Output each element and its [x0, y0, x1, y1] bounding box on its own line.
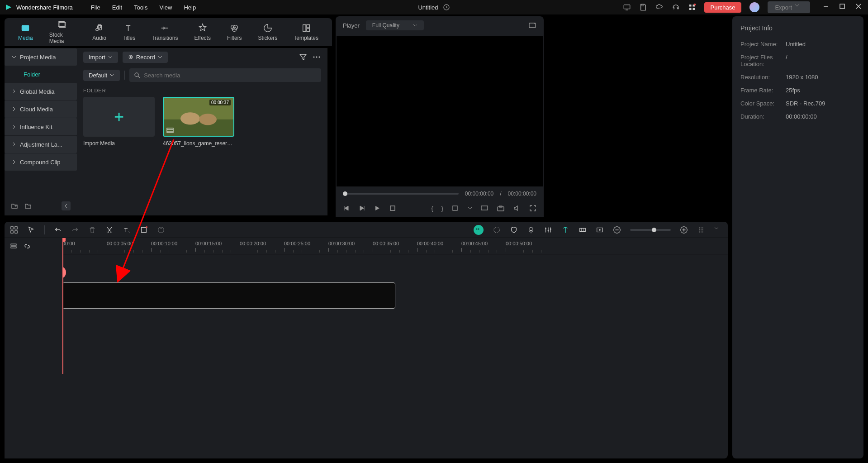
sidebar-item-adjustment-layer[interactable]: Adjustment La...: [5, 136, 77, 153]
stop-icon[interactable]: [389, 205, 396, 212]
render-icon[interactable]: [596, 226, 604, 234]
svg-rect-11: [22, 25, 29, 31]
history-icon[interactable]: [443, 4, 450, 11]
close-icon[interactable]: [855, 3, 863, 11]
scrub-bar[interactable]: [343, 193, 459, 195]
camera-icon[interactable]: [497, 205, 505, 212]
cloud-icon[interactable]: [655, 3, 664, 11]
zoom-slider[interactable]: [630, 229, 671, 231]
chevron-down-icon[interactable]: [468, 206, 472, 210]
sidebar-item-project-media[interactable]: Project Media: [5, 48, 77, 66]
handle-icon[interactable]: [697, 226, 705, 234]
sidebar-item-global-media[interactable]: Global Media: [5, 83, 77, 100]
tab-stickers[interactable]: Stickers: [258, 23, 278, 41]
scrub-handle[interactable]: [343, 191, 347, 196]
chevron-down-icon[interactable]: [714, 226, 722, 234]
display-icon[interactable]: [480, 205, 489, 212]
more-icon[interactable]: [312, 53, 321, 62]
mark-out-icon[interactable]: }: [441, 205, 443, 212]
import-media-card[interactable]: + Import Media: [83, 97, 155, 147]
sidebar-sub-folder[interactable]: Folder: [5, 66, 77, 82]
chevron-right-icon: [12, 142, 16, 147]
tab-titles[interactable]: TTitles: [123, 23, 135, 41]
search-field[interactable]: [144, 72, 317, 79]
ai-icon[interactable]: [474, 225, 484, 235]
folder-icon[interactable]: [24, 202, 32, 210]
adjust-icon[interactable]: [493, 226, 501, 234]
undo-icon[interactable]: [54, 226, 62, 234]
mark-in-icon[interactable]: {: [431, 205, 433, 212]
minimize-icon[interactable]: [823, 3, 831, 11]
sidebar-item-cloud-media[interactable]: Cloud Media: [5, 100, 77, 118]
tab-titles-label: Titles: [123, 35, 135, 41]
menu-tools[interactable]: Tools: [134, 4, 147, 11]
cut-icon[interactable]: [105, 226, 114, 234]
media-clip[interactable]: 00:00:37 463057_lions_game_reserve_...: [163, 97, 234, 147]
tab-audio[interactable]: Audio: [92, 23, 106, 41]
zoom-handle[interactable]: [652, 228, 656, 232]
collapse-sidebar-button[interactable]: [62, 201, 71, 210]
snapshot-icon[interactable]: [528, 21, 536, 29]
tab-stock-media[interactable]: Stock Media: [49, 20, 76, 44]
collapse-tracks-icon[interactable]: [10, 243, 17, 250]
tab-effects[interactable]: Effects: [194, 23, 210, 41]
play-icon[interactable]: [374, 205, 381, 212]
fullscreen-icon[interactable]: [529, 205, 536, 212]
screen-icon[interactable]: [623, 3, 631, 11]
apps-icon[interactable]: [688, 3, 696, 11]
quality-select[interactable]: Full Quality: [366, 20, 424, 30]
shield-icon[interactable]: [510, 226, 518, 234]
text-tool-icon[interactable]: T: [123, 226, 131, 234]
project-title: Untitled: [418, 4, 450, 11]
save-icon[interactable]: [639, 3, 647, 11]
select-tool-icon[interactable]: [27, 226, 35, 234]
crop-icon[interactable]: [451, 205, 460, 212]
new-folder-icon[interactable]: [11, 202, 18, 210]
crop-tool-icon[interactable]: [140, 226, 148, 234]
tab-filters[interactable]: Filters: [227, 23, 242, 41]
color-icon[interactable]: [157, 226, 165, 234]
zoom-in-icon[interactable]: [680, 226, 688, 234]
tab-transitions[interactable]: Transitions: [152, 23, 178, 41]
svg-point-42: [107, 231, 109, 233]
export-button[interactable]: Export: [768, 1, 810, 13]
marker-icon[interactable]: [561, 226, 569, 234]
menu-view[interactable]: View: [159, 4, 172, 11]
delete-icon[interactable]: [88, 226, 96, 234]
record-button[interactable]: Record: [123, 52, 168, 63]
tab-media[interactable]: Media: [18, 23, 33, 41]
sidebar-item-compound-clip[interactable]: Compound Clip: [5, 153, 77, 171]
sort-button[interactable]: Default: [83, 70, 120, 81]
timeline-clip-placeholder[interactable]: [62, 282, 395, 309]
redo-icon[interactable]: [71, 226, 79, 234]
svg-point-48: [161, 228, 162, 229]
time-ruler[interactable]: 00:0000:00:05:0000:00:10:0000:00:15:0000…: [62, 238, 728, 254]
link-icon[interactable]: [24, 243, 31, 250]
avatar[interactable]: [749, 2, 759, 12]
volume-icon[interactable]: [513, 205, 521, 212]
timecode-current: 00:00:00:00: [465, 191, 493, 197]
grid-icon[interactable]: [10, 226, 18, 234]
range-icon[interactable]: [579, 226, 587, 234]
mic-icon[interactable]: [527, 226, 535, 234]
maximize-icon[interactable]: [839, 3, 847, 11]
headset-icon[interactable]: [672, 3, 680, 11]
titlebar: Wondershare Filmora File Edit Tools View…: [0, 0, 868, 14]
section-label: FOLDER: [83, 88, 321, 93]
sidebar-label: Compound Clip: [20, 159, 61, 166]
tab-templates[interactable]: Templates: [294, 23, 318, 41]
next-frame-icon[interactable]: [358, 205, 365, 212]
playhead[interactable]: [62, 238, 63, 374]
purchase-button[interactable]: Purchase: [704, 2, 742, 13]
sidebar-item-influence-kit[interactable]: Influence Kit: [5, 118, 77, 135]
mixer-icon[interactable]: [544, 226, 552, 234]
search-input[interactable]: [129, 68, 321, 82]
menu-file[interactable]: File: [91, 4, 100, 11]
svg-point-8: [693, 4, 696, 6]
prev-frame-icon[interactable]: [343, 205, 350, 212]
import-button[interactable]: Import: [83, 52, 118, 63]
menu-edit[interactable]: Edit: [112, 4, 122, 11]
filter-icon[interactable]: [299, 53, 308, 62]
menu-help[interactable]: Help: [184, 4, 196, 11]
zoom-out-icon[interactable]: [613, 226, 621, 234]
